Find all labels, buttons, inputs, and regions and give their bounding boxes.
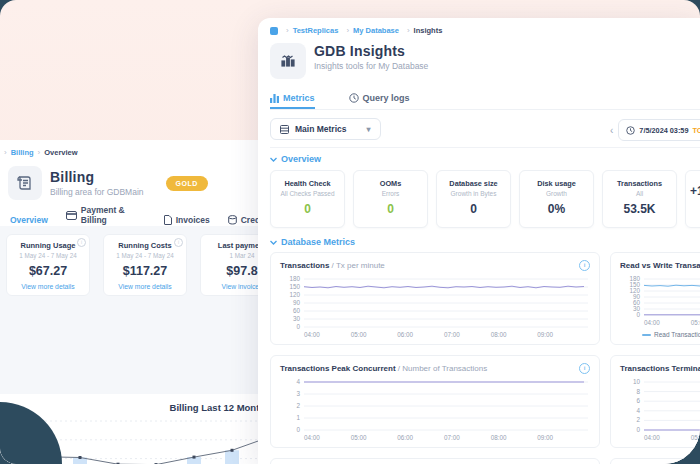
svg-text:2: 2 — [296, 402, 300, 409]
gold-badge: GOLD — [166, 176, 208, 191]
health-check-card: Health Check All Checks Passed 0 — [270, 170, 345, 228]
svg-text:60: 60 — [633, 299, 641, 306]
view-more-details-link[interactable]: View more details — [7, 283, 89, 290]
svg-text:05:00: 05:00 — [691, 319, 700, 326]
transactions-card: Transactions All 53.5K — [602, 170, 677, 228]
bar-chart-icon — [270, 94, 279, 103]
page-subtitle: Insights tools for My Database — [314, 61, 428, 71]
info-icon[interactable]: i — [579, 363, 590, 374]
svg-text:150: 150 — [629, 281, 640, 288]
gdb-insights-panel: › TestReplicas › My Database › Insights … — [258, 18, 700, 464]
transactions-chart: 030609012015018004:0005:0006:0007:0008:0… — [280, 274, 590, 342]
breadcrumb: › Billing › Overview — [0, 148, 270, 157]
svg-text:08:00: 08:00 — [491, 331, 507, 338]
svg-text:4: 4 — [636, 407, 640, 414]
chart-card-read-write: Read vs Write Transactions / Tx per minu… — [610, 252, 700, 345]
section-overview[interactable]: Overview — [270, 154, 700, 164]
svg-text:8: 8 — [636, 388, 640, 395]
chevron-left-icon[interactable]: ‹ — [610, 125, 613, 136]
app-frame: › Billing › Overview Billing Billing are… — [0, 0, 700, 464]
breadcrumb-billing[interactable]: Billing — [11, 148, 34, 157]
svg-text:06:00: 06:00 — [397, 331, 413, 338]
overview-card-partial: +1 — [685, 170, 700, 228]
svg-text:05:00: 05:00 — [691, 434, 700, 441]
svg-text:120: 120 — [289, 291, 300, 298]
breadcrumb-overview: Overview — [44, 148, 77, 157]
svg-text:07:00: 07:00 — [444, 331, 460, 338]
read-write-chart: 030609012015018004:0005:0006:0007:0008:0… — [620, 274, 700, 330]
chevron-right-icon: › — [38, 148, 41, 157]
svg-text:09:00: 09:00 — [537, 434, 553, 441]
date-from: 7/5/2024 03:59 — [639, 126, 688, 135]
tab-query-logs[interactable]: Query logs — [349, 93, 410, 109]
svg-text:04:00: 04:00 — [304, 331, 320, 338]
breadcrumb-my-database[interactable]: My Database — [353, 26, 399, 35]
page-title: GDB Insights — [314, 43, 428, 59]
svg-text:90: 90 — [633, 293, 641, 300]
svg-text:180: 180 — [629, 275, 640, 282]
ooms-card: OOMs Errors 0 — [353, 170, 428, 228]
credit-card-icon — [66, 211, 77, 220]
svg-text:05:00: 05:00 — [351, 434, 367, 441]
history-clock-icon — [349, 93, 359, 103]
chevron-right-icon: › — [346, 26, 349, 35]
peak-concurrent-chart: 0123404:0005:0006:0007:0008:0009:00 — [280, 377, 590, 445]
chevron-down-icon — [270, 240, 277, 245]
chevron-down-icon — [270, 157, 277, 162]
svg-text:0: 0 — [636, 311, 640, 318]
tab-metrics[interactable]: Metrics — [270, 93, 315, 109]
breadcrumb-testreplicas[interactable]: TestReplicas — [293, 26, 339, 35]
legend-item-read[interactable]: Read Transactions — [642, 331, 700, 338]
page-subtitle: Billing area for GDBMain — [50, 187, 144, 197]
terminated-chart: 024681004:0005:0006:0007:0008:0009:00 — [620, 377, 700, 445]
legend-line — [642, 334, 651, 336]
clock-icon — [626, 126, 635, 135]
svg-text:09:00: 09:00 — [537, 331, 553, 338]
svg-text:04:00: 04:00 — [304, 434, 320, 441]
breadcrumb: › TestReplicas › My Database › Insights — [270, 26, 700, 35]
svg-text:04:00: 04:00 — [644, 434, 660, 441]
chevron-right-icon: › — [286, 26, 289, 35]
svg-text:06:00: 06:00 — [397, 434, 413, 441]
svg-text:0: 0 — [296, 426, 300, 433]
svg-text:2: 2 — [636, 416, 640, 423]
chart-card-terminated: Transactions Terminated / Number of Tran… — [610, 355, 700, 448]
svg-text:120: 120 — [629, 287, 640, 294]
svg-text:07:00: 07:00 — [444, 434, 460, 441]
info-icon[interactable]: i — [77, 238, 86, 247]
billing-page-icon — [8, 166, 42, 200]
view-more-details-link[interactable]: View more details — [104, 283, 186, 290]
svg-text:30: 30 — [293, 315, 301, 322]
grid-icon — [280, 125, 289, 134]
chevron-right-icon: › — [407, 26, 410, 35]
billing-panel: › Billing › Overview Billing Billing are… — [0, 140, 270, 464]
divider — [270, 147, 700, 148]
svg-text:0: 0 — [296, 323, 300, 330]
info-icon[interactable]: i — [174, 238, 183, 247]
svg-text:60: 60 — [293, 307, 301, 314]
insights-page-icon — [270, 43, 306, 79]
running-costs-card: i Running Costs 1 May 24 - 7 May 24 $117… — [103, 234, 187, 296]
breadcrumb-insights: Insights — [414, 26, 443, 35]
svg-text:04:00: 04:00 — [644, 319, 660, 326]
date-to-label: TO — [692, 126, 700, 135]
metrics-dropdown[interactable]: Main Metrics ▾ — [270, 118, 381, 140]
chart-card-failed-queries: Failed queries / Number of failed Querie… — [610, 458, 700, 464]
chevron-down-icon: ▾ — [367, 125, 371, 134]
svg-text:150: 150 — [289, 283, 300, 290]
date-range-control: ‹ 7/5/2024 03:59 TO 7/5 — [610, 119, 700, 141]
svg-text:1: 1 — [296, 414, 300, 421]
info-icon[interactable]: i — [579, 260, 590, 271]
chart-card-transactions: Transactions / Tx per minute i 030609012… — [270, 252, 600, 345]
svg-text:90: 90 — [293, 299, 301, 306]
running-usage-card: i Running Usage 1 May 24 - 7 May 24 $67.… — [6, 234, 90, 296]
page-title: Billing — [50, 169, 144, 185]
document-icon — [164, 215, 172, 225]
svg-text:05:00: 05:00 — [351, 331, 367, 338]
app-logo-icon[interactable] — [270, 27, 278, 35]
svg-text:6: 6 — [636, 397, 640, 404]
chart-card-queries: Queries / Queries per minute i 030609012… — [270, 458, 600, 464]
svg-text:10: 10 — [633, 378, 641, 385]
date-range-picker[interactable]: 7/5/2024 03:59 TO 7/5 — [618, 119, 700, 141]
section-database-metrics[interactable]: Database Metrics — [270, 237, 700, 247]
